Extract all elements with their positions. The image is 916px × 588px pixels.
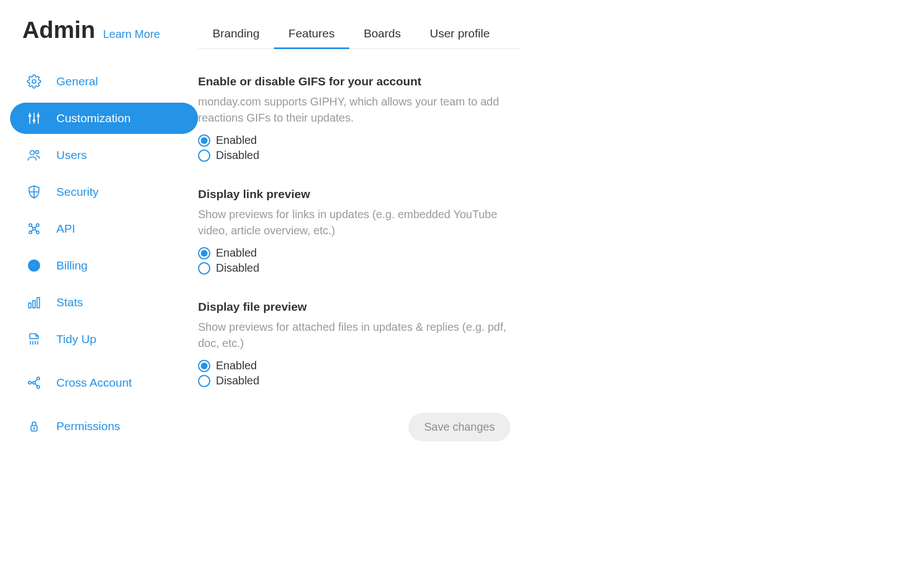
radio-label: Disabled	[216, 262, 259, 274]
setting-gifs-option-enabled[interactable]: Enabled	[198, 134, 522, 147]
sidebar-item-label: General	[56, 74, 98, 88]
sidebar-item-general[interactable]: General	[10, 66, 198, 97]
sidebar-item-api[interactable]: API	[10, 213, 198, 244]
page-title: Admin	[22, 17, 95, 44]
sidebar-item-crossaccount[interactable]: Cross Account	[10, 360, 198, 405]
stats-icon	[26, 295, 42, 310]
crossaccount-icon	[26, 375, 42, 391]
sidebar-item-label: Cross Account	[56, 375, 132, 389]
setting-description: Show previews for attached files in upda…	[198, 319, 522, 351]
tab-userprofile[interactable]: User profile	[415, 27, 504, 48]
radio-label: Enabled	[216, 359, 257, 372]
setting-description: Show previews for links in updates (e.g.…	[198, 206, 522, 239]
svg-point-8	[36, 151, 39, 154]
setting-gifs-option-disabled[interactable]: Disabled	[198, 149, 522, 162]
setting-link-preview-option-disabled[interactable]: Disabled	[198, 262, 522, 274]
svg-rect-23	[33, 301, 35, 308]
sidebar-item-label: Users	[56, 148, 87, 162]
sidebar-item-label: Tidy Up	[56, 332, 97, 346]
sidebar-item-billing[interactable]: $Billing	[10, 250, 198, 281]
setting-link-preview-option-enabled[interactable]: Enabled	[198, 247, 522, 259]
radio-label: Enabled	[216, 134, 257, 147]
svg-point-12	[36, 224, 39, 226]
setting-title: Display link preview	[198, 187, 522, 201]
save-button[interactable]: Save changes	[408, 413, 510, 441]
svg-point-6	[37, 114, 40, 117]
sidebar-item-label: Stats	[56, 295, 83, 309]
setting-description: monday.com supports GIPHY, which allows …	[198, 94, 522, 126]
sidebar-item-label: Customization	[56, 111, 131, 125]
setting-file-preview-option-disabled[interactable]: Disabled	[198, 374, 522, 387]
svg-point-0	[32, 80, 36, 84]
sidebar-item-stats[interactable]: Stats	[10, 287, 198, 318]
svg-line-18	[31, 230, 33, 232]
sidebar-item-tidyup[interactable]: Tidy Up	[10, 324, 198, 355]
svg-point-13	[29, 231, 32, 234]
radio-icon	[198, 375, 210, 387]
svg-point-29	[28, 382, 31, 384]
radio-label: Disabled	[216, 374, 259, 387]
svg-point-2	[28, 114, 31, 117]
svg-line-16	[31, 226, 33, 228]
svg-line-35	[35, 384, 37, 387]
tidyup-icon	[26, 331, 42, 347]
shield-icon	[26, 184, 42, 200]
permissions-icon	[26, 418, 42, 434]
setting-file-preview-option-enabled[interactable]: Enabled	[198, 359, 522, 372]
svg-point-31	[37, 385, 40, 388]
svg-point-11	[29, 224, 32, 226]
gear-icon	[26, 74, 42, 89]
setting-file-preview: Display file previewShow previews for at…	[198, 300, 522, 387]
setting-link-preview: Display link previewShow previews for li…	[198, 187, 522, 274]
billing-icon: $	[26, 258, 42, 273]
svg-point-15	[33, 228, 36, 230]
sidebar-item-label: Permissions	[56, 419, 120, 433]
sidebar-item-label: Billing	[56, 258, 88, 272]
radio-label: Disabled	[216, 149, 259, 162]
sidebar-item-permissions[interactable]: Permissions	[10, 411, 198, 442]
svg-point-37	[33, 427, 35, 429]
radio-icon	[198, 134, 210, 147]
sidebar-item-label: API	[56, 221, 75, 235]
svg-rect-24	[37, 297, 39, 307]
tabs: BrandingFeaturesBoardsUser profile	[198, 27, 519, 49]
radio-label: Enabled	[216, 247, 257, 259]
tab-branding[interactable]: Branding	[198, 27, 274, 48]
svg-rect-22	[28, 303, 31, 308]
svg-line-17	[35, 226, 37, 228]
radio-icon	[198, 150, 210, 162]
tab-features[interactable]: Features	[274, 27, 349, 48]
tab-boards[interactable]: Boards	[349, 27, 416, 48]
radio-icon	[198, 262, 210, 274]
svg-point-14	[36, 231, 39, 234]
radio-icon	[198, 247, 210, 259]
svg-text:$: $	[32, 261, 37, 270]
api-icon	[26, 221, 42, 237]
setting-gifs: Enable or disable GIFS for your accountm…	[198, 75, 522, 162]
learn-more-link[interactable]: Learn More	[103, 28, 160, 41]
sidebar-item-label: Security	[56, 185, 99, 199]
sidebar-item-security[interactable]: Security	[10, 176, 198, 208]
sidebar-item-customization[interactable]: Customization	[10, 103, 198, 134]
svg-line-34	[35, 379, 37, 382]
sidebar: GeneralCustomizationUsersSecurityAPI$Bil…	[10, 66, 198, 442]
setting-title: Display file preview	[198, 300, 522, 314]
sidebar-item-users[interactable]: Users	[10, 139, 198, 171]
svg-point-30	[37, 377, 40, 380]
svg-line-19	[35, 230, 37, 232]
radio-icon	[198, 360, 210, 372]
svg-point-4	[33, 119, 36, 122]
sliders-icon	[26, 110, 42, 126]
setting-title: Enable or disable GIFS for your account	[198, 75, 522, 88]
svg-point-7	[30, 151, 35, 155]
users-icon	[26, 147, 42, 163]
